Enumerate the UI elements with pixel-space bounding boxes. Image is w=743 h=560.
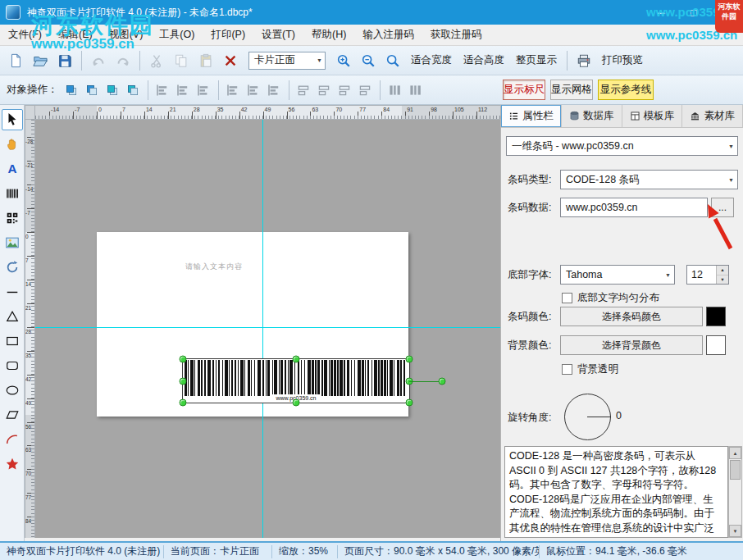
show-ruler-button[interactable]: 显示标尺 — [503, 80, 545, 100]
tab-materials[interactable]: 素材库 — [682, 105, 743, 127]
align-right-button[interactable] — [194, 80, 213, 99]
open-folder-button[interactable] — [29, 49, 52, 72]
send-to-back-button[interactable] — [83, 80, 102, 99]
selection-handle[interactable] — [406, 399, 413, 407]
selection-handle[interactable] — [293, 399, 300, 407]
selection-handle[interactable] — [406, 356, 413, 363]
fit-height-button[interactable]: 适合高度 — [458, 53, 510, 67]
menu-edit[interactable]: 编辑(E) — [50, 25, 101, 45]
spin-up-icon[interactable]: ▲ — [717, 266, 728, 275]
zoom-out-button[interactable] — [357, 49, 380, 72]
barcode-color-button[interactable]: 选择条码颜色 — [560, 307, 703, 326]
equal-spacing-button[interactable] — [356, 80, 375, 99]
align-left-button[interactable] — [153, 80, 172, 99]
checkbox-icon[interactable] — [562, 293, 572, 303]
show-grid-button[interactable]: 显示网格 — [550, 80, 593, 100]
arc-tool[interactable] — [2, 429, 23, 450]
selection-handle[interactable] — [180, 399, 187, 407]
object-selector-dropdown[interactable]: 一维条码 - www.pc0359.cn ▼ — [506, 136, 738, 156]
spin-down-icon[interactable]: ▼ — [717, 275, 728, 285]
checkbox-icon[interactable] — [562, 364, 572, 375]
select-tool[interactable] — [2, 109, 23, 130]
font-dropdown[interactable]: Tahoma ▼ — [560, 265, 675, 285]
menu-enter-regcode[interactable]: 输入注册码 — [354, 25, 422, 45]
vertical-guide-line[interactable] — [262, 120, 263, 538]
hand-tool[interactable] — [2, 134, 23, 155]
description-scrollbar[interactable]: ▲ ▼ — [728, 446, 742, 538]
tab-templates[interactable]: 模板库 — [622, 105, 683, 127]
copy-button[interactable] — [170, 49, 193, 72]
rotate-tool[interactable] — [2, 257, 23, 278]
qrcode-tool[interactable] — [2, 207, 23, 229]
save-button[interactable] — [53, 49, 76, 72]
menu-get-regcode[interactable]: 获取注册码 — [422, 25, 490, 45]
barcode-type-dropdown[interactable]: CODE-128 条码 ▼ — [560, 170, 738, 189]
selection-handle[interactable] — [293, 356, 300, 363]
bg-color-button[interactable]: 选择背景颜色 — [560, 335, 703, 355]
design-canvas[interactable]: 请输入文本内容 www.pc0359.cn — [35, 120, 500, 538]
cut-button[interactable] — [145, 49, 168, 72]
parallelogram-tool[interactable] — [2, 404, 23, 426]
rounded-rect-tool[interactable] — [2, 355, 23, 376]
barcode-data-browse-button[interactable]: ... — [711, 198, 734, 217]
star-tool[interactable] — [2, 453, 23, 475]
distribute-v-button[interactable] — [406, 80, 425, 99]
menu-tools[interactable]: 工具(O) — [151, 25, 203, 45]
print-preview-icon[interactable] — [572, 49, 595, 72]
barcode-tool[interactable] — [2, 183, 23, 204]
undo-button[interactable] — [87, 49, 110, 72]
fit-width-button[interactable]: 适合宽度 — [405, 53, 458, 67]
font-size-spinner[interactable]: 12 ▲ ▼ — [686, 265, 729, 285]
close-button[interactable]: × — [710, 0, 743, 25]
horizontal-guide-line[interactable] — [35, 327, 500, 328]
align-bottom-button[interactable] — [265, 80, 284, 99]
new-doc-button[interactable] — [4, 49, 27, 72]
zoom-in-button[interactable] — [332, 49, 355, 72]
zoom-select-button[interactable] — [381, 49, 404, 72]
line-tool[interactable] — [2, 281, 23, 303]
menu-file[interactable]: 文件(F) — [0, 25, 50, 45]
whole-page-button[interactable]: 整页显示 — [510, 53, 563, 67]
print-preview-button[interactable]: 打印预览 — [596, 53, 649, 67]
text-placeholder[interactable]: 请输入文本内容 — [185, 262, 243, 272]
selection-handle[interactable] — [180, 377, 187, 385]
delete-button[interactable] — [219, 49, 242, 72]
barcode-object[interactable]: www.pc0359.cn — [182, 358, 410, 403]
align-top-button[interactable] — [224, 80, 243, 99]
tab-database[interactable]: 数据库 — [562, 105, 622, 127]
barcode-data-input[interactable]: www.pc0359.cn — [560, 198, 708, 217]
align-middle-button[interactable] — [244, 80, 263, 99]
scrollbar-thumb[interactable] — [730, 460, 741, 480]
bg-transparent-checkbox[interactable]: 背景透明 — [562, 362, 618, 376]
minimize-button[interactable]: ─ — [645, 0, 677, 25]
maximize-button[interactable]: □ — [677, 0, 710, 25]
ellipse-tool[interactable] — [2, 380, 23, 401]
triangle-tool[interactable] — [2, 306, 23, 327]
menu-settings[interactable]: 设置(T) — [253, 25, 303, 45]
page-side-selector[interactable]: 卡片正面 ▼ — [248, 52, 326, 70]
bring-to-front-button[interactable] — [62, 80, 81, 99]
show-guides-button[interactable]: 显示参考线 — [598, 80, 654, 100]
font-size-value[interactable]: 12 — [687, 266, 716, 284]
distribute-text-checkbox[interactable]: 底部文字均匀分布 — [562, 291, 659, 305]
rectangle-tool[interactable] — [2, 330, 23, 352]
scroll-down-icon[interactable]: ▼ — [729, 525, 741, 537]
same-size-button[interactable] — [335, 80, 354, 99]
paste-button[interactable] — [194, 49, 217, 72]
redo-button[interactable] — [112, 49, 134, 72]
rotation-handle[interactable] — [439, 377, 446, 385]
distribute-h-button[interactable] — [385, 80, 404, 99]
tab-properties[interactable]: 属性栏 — [501, 105, 562, 127]
scroll-up-icon[interactable]: ▲ — [729, 447, 741, 459]
send-backward-button[interactable] — [124, 80, 143, 99]
bg-color-swatch[interactable] — [706, 335, 726, 355]
text-tool[interactable]: A — [2, 158, 23, 180]
align-center-h-button[interactable] — [174, 80, 193, 99]
bring-forward-button[interactable] — [103, 80, 122, 99]
same-width-button[interactable] — [294, 80, 313, 99]
menu-help[interactable]: 帮助(H) — [303, 25, 354, 45]
image-tool[interactable] — [2, 232, 23, 253]
barcode-color-swatch[interactable] — [706, 307, 726, 326]
selection-handle[interactable] — [180, 356, 187, 363]
menu-view[interactable]: 视图(V) — [101, 25, 152, 45]
